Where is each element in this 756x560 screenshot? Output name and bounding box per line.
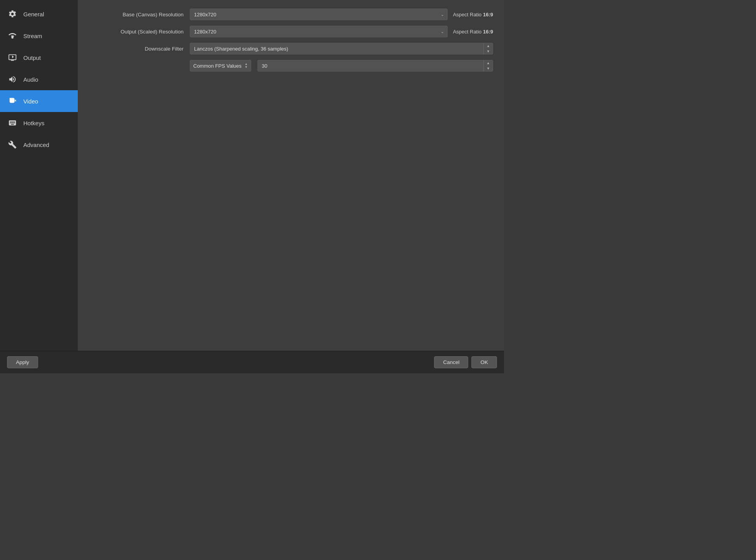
sidebar-item-hotkeys-label: Hotkeys	[23, 120, 44, 126]
output-resolution-control-group: 1280x720 1920x1080 2560x1440 3840x2160 ⌄…	[190, 26, 493, 37]
output-icon	[7, 52, 18, 63]
fps-toggle-arrows-icon: ▲ ▼	[245, 63, 248, 69]
gear-icon	[7, 9, 18, 19]
main-content: Base (Canvas) Resolution 1280x720 1920x1…	[78, 0, 504, 351]
sidebar-item-stream-label: Stream	[23, 33, 42, 39]
sidebar-item-advanced[interactable]: Advanced	[0, 134, 78, 156]
fps-row: Common FPS Values ▲ ▼ ▲ ▼	[89, 60, 493, 72]
downscale-filter-select-wrapper[interactable]: Lanczos (Sharpened scaling, 36 samples) …	[190, 43, 493, 54]
output-aspect-ratio: Aspect Ratio 16:9	[451, 29, 493, 35]
advanced-icon	[7, 139, 18, 150]
sidebar-item-video[interactable]: Video	[0, 90, 78, 112]
downscale-filter-control-group: Lanczos (Sharpened scaling, 36 samples) …	[190, 43, 493, 54]
sidebar-item-stream[interactable]: Stream	[0, 25, 78, 47]
base-resolution-control-group: 1280x720 1920x1080 2560x1440 3840x2160 ⌄…	[190, 9, 493, 20]
audio-icon	[7, 74, 18, 85]
hotkeys-icon	[7, 117, 18, 128]
fps-toggle-button[interactable]: Common FPS Values ▲ ▼	[190, 60, 251, 72]
fps-value-wrapper[interactable]: ▲ ▼	[257, 60, 493, 72]
video-icon	[7, 96, 18, 107]
sidebar-item-advanced-label: Advanced	[23, 142, 49, 148]
downscale-filter-label: Downscale Filter	[89, 46, 190, 52]
output-resolution-select[interactable]: 1280x720 1920x1080 2560x1440 3840x2160	[190, 26, 447, 37]
downscale-filter-row: Downscale Filter Lanczos (Sharpened scal…	[89, 43, 493, 54]
cancel-button[interactable]: Cancel	[434, 356, 468, 368]
base-resolution-select[interactable]: 1280x720 1920x1080 2560x1440 3840x2160	[190, 9, 447, 20]
sidebar-item-output[interactable]: Output	[0, 47, 78, 68]
sidebar-item-output-label: Output	[23, 54, 41, 61]
sidebar-item-hotkeys[interactable]: Hotkeys	[0, 112, 78, 134]
ok-button[interactable]: OK	[471, 356, 497, 368]
sidebar-item-audio[interactable]: Audio	[0, 68, 78, 90]
sidebar: General Stream Output	[0, 0, 78, 351]
sidebar-item-general-label: General	[23, 11, 44, 18]
sidebar-item-general[interactable]: General	[0, 3, 78, 25]
fps-value-input[interactable]	[258, 60, 493, 71]
sidebar-item-audio-label: Audio	[23, 76, 38, 83]
output-resolution-label: Output (Scaled) Resolution	[89, 29, 190, 35]
apply-button[interactable]: Apply	[7, 356, 38, 368]
base-resolution-select-wrapper[interactable]: 1280x720 1920x1080 2560x1440 3840x2160 ⌄	[190, 9, 448, 20]
downscale-filter-select[interactable]: Lanczos (Sharpened scaling, 36 samples) …	[190, 43, 493, 54]
base-resolution-row: Base (Canvas) Resolution 1280x720 1920x1…	[89, 9, 493, 20]
bottom-bar: Apply Cancel OK	[0, 351, 504, 373]
output-resolution-select-wrapper[interactable]: 1280x720 1920x1080 2560x1440 3840x2160 ⌄	[190, 26, 448, 37]
output-resolution-row: Output (Scaled) Resolution 1280x720 1920…	[89, 26, 493, 37]
sidebar-item-video-label: Video	[23, 98, 38, 105]
stream-icon	[7, 30, 18, 41]
base-resolution-label: Base (Canvas) Resolution	[89, 12, 190, 18]
fps-toggle-label: Common FPS Values	[193, 63, 242, 69]
base-aspect-ratio: Aspect Ratio 16:9	[451, 12, 493, 18]
